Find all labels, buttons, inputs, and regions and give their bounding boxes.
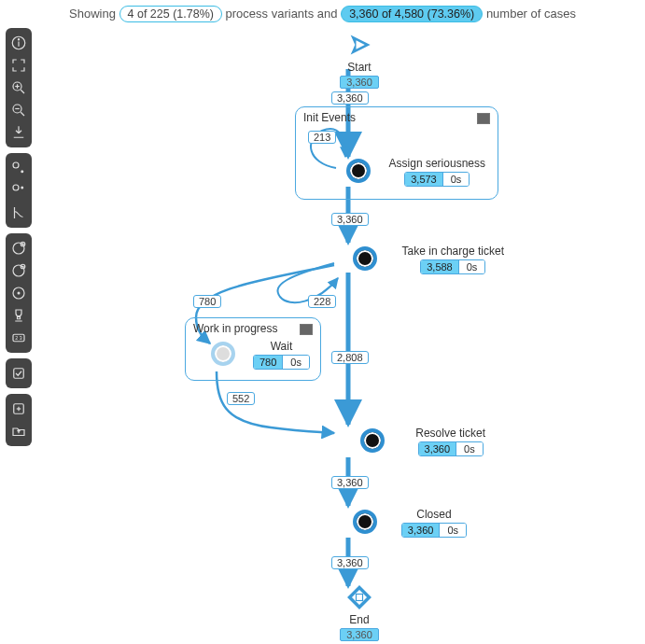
layer-view-icon[interactable] [7,282,30,304]
trophy-icon[interactable] [7,304,30,327]
svg-rect-37 [357,595,363,601]
group-init-title: Init Events [303,111,356,124]
activity-circle-icon [211,342,235,366]
wait-label: Wait [253,340,310,353]
group-wip-title: Work in progress [193,322,277,335]
svg-point-13 [21,187,23,189]
zoom-out-icon[interactable] [7,99,30,121]
activity-closed[interactable]: Closed 3,360 0s [336,506,467,538]
activity-circle-icon [353,510,377,534]
svg-line-8 [21,112,24,116]
edge-start-assign: 3,360 [331,91,369,105]
svg-point-11 [21,170,23,173]
summary-prefix: Showing [69,7,116,21]
download-svg-icon[interactable] [7,121,30,144]
activity-wait[interactable]: Wait 780 0s [198,338,310,370]
closed-metrics: 3,360 0s [401,523,467,538]
diagram-canvas[interactable]: Start 3,360 Init Events Assign seriousne… [0,0,645,644]
end-node[interactable]: End 3,360 [331,584,387,641]
layer-add-icon[interactable] [7,237,30,259]
collapse-icon[interactable] [300,324,313,335]
take-label: Take in charge ticket [402,245,504,258]
folder-out-icon[interactable] [7,420,30,442]
stop-icon [346,584,372,610]
summary-mid: process variants and [226,7,338,21]
activity-circle-icon [353,246,377,271]
activity-circle-icon [360,428,385,453]
add-panel-icon[interactable] [7,398,30,420]
resolve-metrics: 3,360 0s [418,441,484,456]
summary-bar: Showing 4 of 225 (1.78%) process variant… [0,6,645,22]
svg-text:2 3: 2 3 [15,335,21,341]
checkbox-icon[interactable] [7,362,30,385]
activity-take[interactable]: Take in charge ticket 3,588 0s [336,243,504,274]
diagram-edges [0,0,645,644]
edge-take-back: 228 [308,295,336,308]
edge-take-wait: 780 [193,295,221,308]
node-a-icon[interactable] [7,157,30,179]
start-label: Start [331,61,387,74]
resolve-label: Resolve ticket [415,427,485,440]
edge-assign-take: 3,360 [331,213,369,226]
edge-take-resolve: 2,808 [331,351,369,364]
edge-assign-self: 213 [308,131,336,144]
edge-resolve-closed: 3,360 [331,476,369,489]
toolbar: 2 3 [6,28,32,452]
play-icon [346,32,372,58]
svg-point-22 [18,292,21,295]
count-23-icon[interactable]: 2 3 [7,327,30,349]
node-b-icon[interactable] [7,179,30,202]
variant-badge[interactable]: 4 of 225 (1.78%) [119,6,222,22]
end-count: 3,360 [340,628,379,641]
svg-line-4 [21,90,24,93]
end-label: End [331,613,387,626]
take-metrics: 3,588 0s [420,259,485,274]
branch-icon[interactable] [7,202,30,224]
start-node[interactable]: Start 3,360 [331,32,387,89]
svg-point-10 [13,162,19,168]
svg-point-2 [18,39,19,40]
edge-wait-resolve: 552 [227,392,255,405]
start-count: 3,360 [340,76,379,89]
assign-metrics: 3,573 0s [404,172,470,187]
collapse-icon[interactable] [477,113,490,124]
edge-closed-end: 3,360 [331,556,369,569]
closed-label: Closed [401,508,467,521]
activity-assign[interactable]: Assign seriousness 3,573 0s [336,155,485,187]
activity-resolve[interactable]: Resolve ticket 3,360 0s [336,425,485,456]
case-badge[interactable]: 3,360 of 4,580 (73.36%) [341,6,483,22]
zoom-in-icon[interactable] [7,77,30,99]
layer-remove-icon[interactable] [7,259,30,282]
fit-icon[interactable] [7,54,30,77]
activity-circle-icon [346,159,371,183]
svg-point-12 [13,185,19,190]
wait-metrics: 780 0s [253,355,310,370]
assign-label: Assign seriousness [389,157,485,170]
svg-rect-25 [14,369,24,379]
info-icon[interactable] [7,32,30,54]
summary-suffix: number of cases [486,7,576,21]
